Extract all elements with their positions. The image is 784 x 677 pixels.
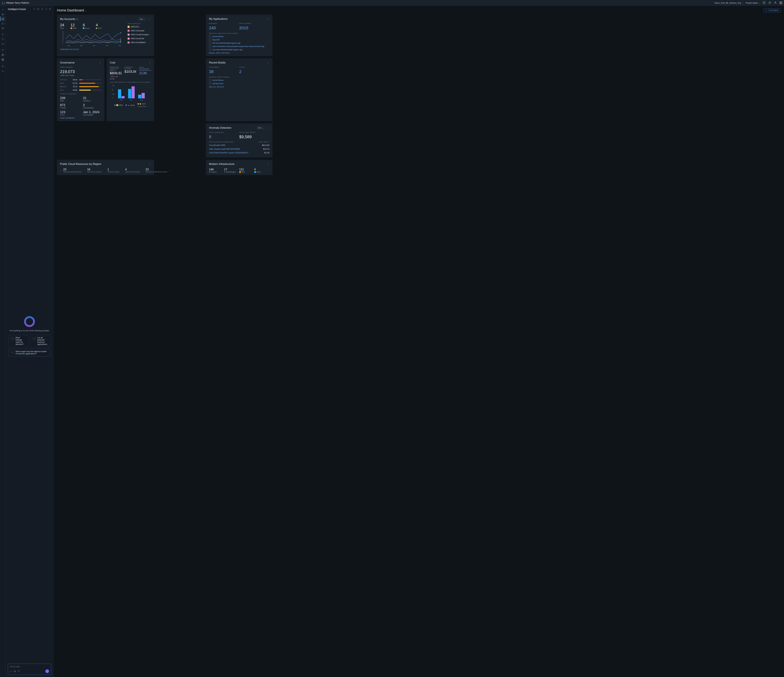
total-anomalies: 8 xyxy=(209,135,239,139)
card-menu[interactable]: ⋮ xyxy=(148,163,151,166)
rail-map[interactable]: › xyxy=(0,21,6,26)
send-button[interactable]: ↑ xyxy=(45,669,49,673)
svg-point-26 xyxy=(120,32,121,33)
prompt-card-1[interactable]: ⌁ What findings need my attention? xyxy=(8,335,29,347)
prompt-card-3[interactable]: ⌁ Which region has the highest number of… xyxy=(8,349,50,357)
region-stat[interactable]: 16AWS.EC2.FLOWLOG xyxy=(87,168,102,173)
help-icon[interactable] xyxy=(763,1,765,5)
region-prev[interactable]: ‹ xyxy=(60,169,62,171)
chevron-down-icon xyxy=(85,8,87,12)
build-link[interactable]: spring music xyxy=(209,82,269,85)
chat-box: ☺ @ ⓘ ↑ xyxy=(8,664,51,675)
svg-text:20: 20 xyxy=(62,35,64,37)
info-icon[interactable]: ⓘ xyxy=(18,670,20,672)
card-menu[interactable]: ⋮ xyxy=(267,17,269,20)
rail-nodes[interactable]: › xyxy=(0,48,6,53)
service-item[interactable]: ◎AWS.CloudWatch xyxy=(128,41,151,43)
app-link[interactable]: acme-fitness xyxy=(209,36,269,37)
prompt-card-2[interactable]: ⌁ List all potential business applicatio… xyxy=(30,335,50,347)
model-apps-link[interactable]: MODEL APPLICATIONS xyxy=(209,52,269,54)
assist-panel: Intelligent Assist Ask anything or try o… xyxy=(6,6,53,677)
apps-launcher-icon[interactable] xyxy=(779,2,782,4)
anomaly-row[interactable]: US1078920 MAPBU mayan 332820036147$1.93 xyxy=(209,152,269,154)
app-link[interactable]: lint-be-infra/heimdall-ingress-api xyxy=(209,42,269,44)
svg-rect-42 xyxy=(128,89,131,98)
expand-icon[interactable] xyxy=(45,8,47,11)
rail-security[interactable]: › xyxy=(0,37,6,42)
see-all-builds-link[interactable]: SEE ALL BUILDS xyxy=(209,86,269,88)
card-menu[interactable]: ⋮ xyxy=(99,61,101,64)
prompt-text: What findings need my attention? xyxy=(16,337,26,345)
customize-button[interactable]: CUSTOMIZE xyxy=(764,8,781,12)
region-stat[interactable]: 23AWS.EC2.DHCPOPTIONS xyxy=(63,168,81,173)
accounts-line-chart: 302520151050 Aug Sep xyxy=(60,31,124,47)
rail-vm[interactable]: › xyxy=(0,42,6,46)
region-next[interactable]: › xyxy=(169,169,171,171)
card-menu[interactable]: ⋮ xyxy=(267,61,269,64)
platform-logo[interactable]: VMware Tanzu Platform xyxy=(2,2,29,4)
rail-expand[interactable]: » xyxy=(0,7,6,12)
add-icon[interactable] xyxy=(41,8,43,11)
svg-text:0: 0 xyxy=(112,98,112,99)
svg-text:Apr: Apr xyxy=(130,99,132,101)
service-item[interactable]: ▦AWS.EC2 xyxy=(128,26,151,28)
rail-images[interactable]: › xyxy=(0,26,6,31)
project-selector[interactable]: Project Alpha xyxy=(745,2,760,4)
svg-text:Dec: Dec xyxy=(118,45,121,47)
svg-text:May: May xyxy=(140,99,143,101)
service-item[interactable]: ▦AWS.CloudFormation xyxy=(128,34,151,36)
user-icon[interactable] xyxy=(774,1,777,5)
region-stat[interactable]: 23AWS.EC2.INTERNETGATEWAY xyxy=(146,168,168,173)
service-item[interactable]: ✦AWS.Autoscaler xyxy=(128,30,151,32)
anomaly-row[interactable]: CloudHealth EMR$610.89 xyxy=(209,144,269,146)
mention-icon[interactable]: @ xyxy=(14,670,16,672)
svg-point-15 xyxy=(3,71,4,71)
prompt-text: Which region has the highest number of b… xyxy=(16,350,48,355)
chat-input[interactable] xyxy=(10,666,49,668)
info-icon[interactable]: i xyxy=(76,18,78,20)
rail-grid[interactable]: › xyxy=(0,53,6,57)
svg-rect-40 xyxy=(118,89,121,98)
page-title[interactable]: Home Dashboard xyxy=(57,8,87,12)
notifications-icon[interactable] xyxy=(768,1,771,5)
svg-rect-11 xyxy=(3,55,4,56)
card-menu[interactable]: ⋮ xyxy=(148,17,151,20)
svg-point-5 xyxy=(2,49,3,50)
settings-icon[interactable] xyxy=(33,8,36,11)
rail-insights[interactable] xyxy=(0,32,6,37)
card-modern-infra: Modern Infrastructure⋮ 146⊞Clusters 17⊟S… xyxy=(206,160,272,175)
svg-text:Mar: Mar xyxy=(120,99,123,101)
app-link[interactable]: cas-next-infra/heimdall-ingress-api xyxy=(209,48,269,51)
card-menu[interactable]: ⋮ xyxy=(267,126,269,129)
emoji-icon[interactable]: ☺ xyxy=(10,670,12,672)
rail-assist[interactable] xyxy=(0,12,6,17)
succeeded-count: 38 xyxy=(209,69,239,74)
rail-settings-users[interactable]: › xyxy=(0,68,6,73)
region-stat[interactable]: 4AWS.EC2.INSTANCE xyxy=(125,168,140,173)
period-selector[interactable]: Daily xyxy=(138,17,147,21)
assist-subtitle: Ask anything or try one of the following… xyxy=(9,329,50,332)
card-menu[interactable]: ⋮ xyxy=(148,61,151,64)
history-icon[interactable] xyxy=(37,8,39,11)
close-icon[interactable] xyxy=(49,8,51,11)
service-item[interactable]: ▦AWS.CloudTrail xyxy=(128,37,151,40)
card-menu[interactable]: ⋮ xyxy=(267,163,269,166)
accounts-title: My Accounts xyxy=(60,17,75,21)
rail-users[interactable]: › xyxy=(0,64,6,68)
app-link[interactable]: iBac338 xyxy=(209,39,269,41)
anomaly-row[interactable]: sddc-shadow-paitt 666100040969$10.23 xyxy=(209,148,269,150)
view-summary-link[interactable]: VIEW SUMMARY xyxy=(60,117,101,119)
rail-home[interactable] xyxy=(0,17,6,21)
assist-orb-icon xyxy=(24,316,35,327)
build-link[interactable]: acme-fitness xyxy=(209,79,269,81)
failed-count: 2 xyxy=(239,69,269,74)
region-stat[interactable]: 1AWS.EC2.IMAGE xyxy=(107,168,120,173)
svg-rect-4 xyxy=(2,43,4,44)
logo-icon xyxy=(2,2,5,4)
onboard-account-link[interactable]: ONBOARD ACCOUNT xyxy=(60,48,124,50)
org-name[interactable]: Tanzu_Hub_BE_Nimbus_Org xyxy=(714,2,741,4)
app-link[interactable]: aws-mock/aws-mock-prelude-stoyan-dev-set… xyxy=(209,45,269,48)
total-val: 24 xyxy=(60,23,64,27)
anomaly-filter[interactable]: AWS xyxy=(256,126,265,129)
rail-apps[interactable]: › xyxy=(0,57,6,62)
